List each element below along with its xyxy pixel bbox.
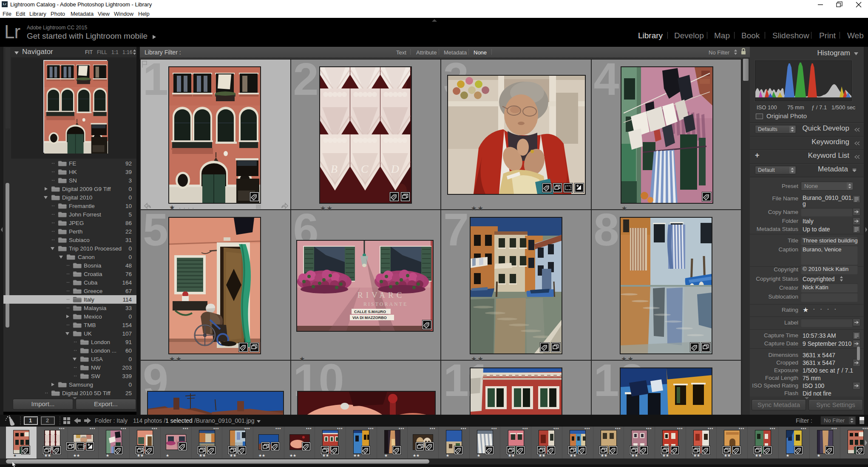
svg-text:RISTORANTE: RISTORANTE <box>363 301 408 307</box>
svg-text:CALLE S.MAURO: CALLE S.MAURO <box>354 310 386 314</box>
svg-text:C: C <box>361 163 369 175</box>
svg-text:D: D <box>391 163 399 175</box>
svg-text:RIVARC: RIVARC <box>357 290 405 299</box>
svg-text:VIA DI MAZZORBO: VIA DI MAZZORBO <box>352 316 387 320</box>
svg-text:B: B <box>331 163 338 175</box>
